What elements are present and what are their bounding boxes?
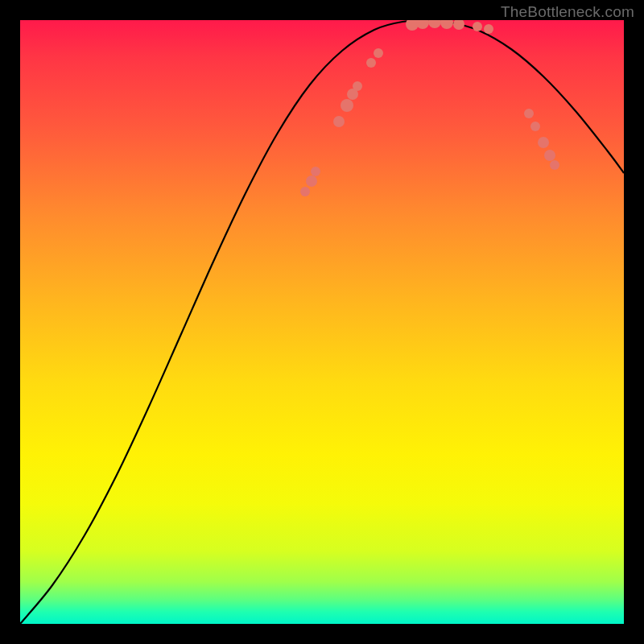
data-marker <box>366 58 376 68</box>
data-marker <box>428 20 441 28</box>
watermark-text: TheBottleneck.com <box>501 3 634 21</box>
data-marker <box>484 24 493 34</box>
plot-area <box>20 20 624 624</box>
data-marker <box>311 167 320 176</box>
data-marker <box>374 48 383 58</box>
data-marker <box>538 137 549 148</box>
data-marker <box>473 22 482 31</box>
data-marker <box>353 81 362 91</box>
data-marker <box>300 187 310 196</box>
data-marker <box>524 109 534 118</box>
bottleneck-curve <box>20 20 624 624</box>
data-marker <box>440 20 453 29</box>
data-marker <box>341 99 353 112</box>
data-marker <box>530 122 540 131</box>
data-marker <box>416 20 429 29</box>
data-marker <box>306 175 317 187</box>
data-marker <box>550 160 559 170</box>
data-marker <box>544 150 555 161</box>
data-marker <box>333 116 345 127</box>
data-marker <box>453 20 464 30</box>
